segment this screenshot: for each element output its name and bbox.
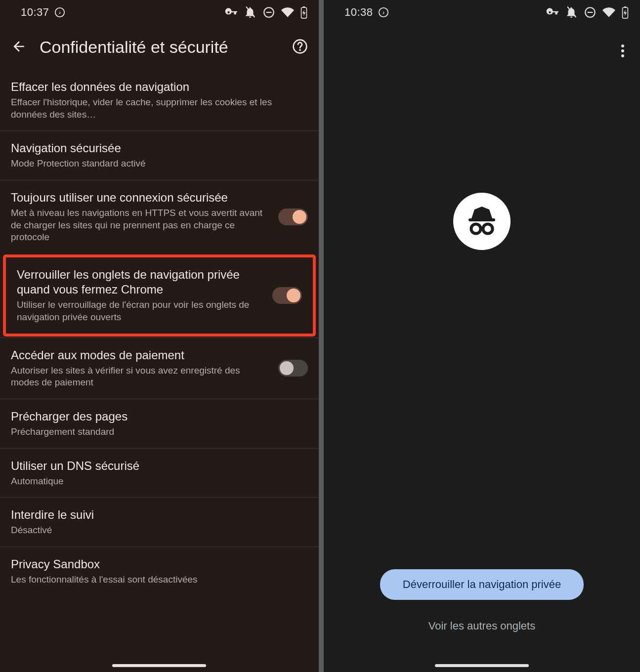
nav-gesture-bar[interactable] bbox=[112, 664, 206, 667]
settings-list: Effacer les données de navigationEffacer… bbox=[0, 70, 319, 596]
highlighted-item: Verrouiller les onglets de navigation pr… bbox=[3, 254, 316, 336]
item-subtitle: Utiliser le verrouillage de l'écran pour… bbox=[17, 299, 264, 323]
item-subtitle: Désactivé bbox=[11, 524, 308, 537]
incognito-badge bbox=[453, 193, 511, 250]
incognito-icon bbox=[464, 204, 500, 239]
incognito-content: Déverrouiller la navigation privée Voir … bbox=[324, 64, 640, 672]
help-icon bbox=[292, 39, 308, 54]
battery-icon bbox=[621, 6, 629, 19]
item-subtitle: Effacer l'historique, vider le cache, su… bbox=[11, 96, 308, 121]
status-time: 10:38 bbox=[344, 6, 373, 19]
arrow-back-icon bbox=[11, 39, 27, 54]
item-subtitle: Autoriser les sites à vérifier si vous a… bbox=[11, 365, 270, 389]
toggle-switch[interactable] bbox=[272, 287, 302, 304]
item-title: Verrouiller les onglets de navigation pr… bbox=[17, 267, 264, 297]
settings-item[interactable]: Navigation sécuriséeMode Protection stan… bbox=[0, 130, 319, 180]
settings-item[interactable]: Verrouiller les onglets de navigation pr… bbox=[6, 257, 313, 333]
svg-rect-9 bbox=[588, 12, 593, 13]
incognito-lock-screen: 10:38 Déverrouiller la navigation privée… bbox=[324, 0, 640, 672]
no-disturb-icon bbox=[262, 6, 275, 19]
dnd-icon bbox=[244, 6, 256, 19]
status-app-icon bbox=[54, 7, 65, 18]
wifi-icon bbox=[602, 6, 615, 19]
settings-item[interactable]: Accéder aux modes de paiementAutoriser l… bbox=[0, 337, 319, 399]
settings-item[interactable]: Effacer les données de navigationEffacer… bbox=[0, 70, 319, 130]
item-title: Toujours utiliser une connexion sécurisé… bbox=[11, 190, 270, 205]
item-title: Accéder aux modes de paiement bbox=[11, 348, 270, 363]
item-title: Précharger des pages bbox=[11, 409, 308, 424]
item-subtitle: Mode Protection standard activé bbox=[11, 158, 308, 170]
see-other-tabs-link[interactable]: Voir les autres onglets bbox=[428, 620, 535, 632]
item-title: Utiliser un DNS sécurisé bbox=[11, 459, 308, 473]
overflow-menu-button[interactable] bbox=[616, 44, 629, 57]
status-app-icon bbox=[378, 7, 389, 18]
svg-rect-2 bbox=[266, 12, 272, 13]
svg-point-14 bbox=[483, 224, 492, 233]
no-disturb-icon bbox=[584, 6, 597, 19]
dnd-icon bbox=[565, 6, 578, 19]
vpn-key-icon bbox=[225, 6, 238, 19]
toggle-switch[interactable] bbox=[278, 209, 308, 225]
app-bar: Confidentialité et sécurité bbox=[0, 25, 319, 70]
settings-item[interactable]: Utiliser un DNS sécuriséAutomatique bbox=[0, 448, 319, 498]
back-button[interactable] bbox=[11, 39, 27, 56]
item-subtitle: Préchargement standard bbox=[11, 426, 308, 438]
wifi-icon bbox=[281, 6, 294, 19]
item-subtitle: Les fonctionnalités à l'essai sont désac… bbox=[11, 574, 308, 586]
item-subtitle: Automatique bbox=[11, 475, 308, 488]
help-button[interactable] bbox=[292, 39, 308, 56]
status-time: 10:37 bbox=[21, 6, 49, 19]
svg-rect-4 bbox=[303, 6, 305, 7]
item-title: Navigation sécurisée bbox=[11, 141, 308, 156]
status-icons bbox=[546, 6, 629, 19]
status-icons bbox=[225, 6, 308, 19]
item-title: Privacy Sandbox bbox=[11, 557, 308, 572]
settings-screen: 10:37 Confidentialité et sécurité Efface… bbox=[0, 0, 319, 672]
more-vert-icon bbox=[621, 49, 624, 52]
battery-icon bbox=[300, 6, 308, 19]
svg-rect-12 bbox=[469, 218, 495, 221]
settings-item[interactable]: Interdire le suiviDésactivé bbox=[0, 497, 319, 546]
svg-rect-11 bbox=[624, 6, 626, 7]
vpn-key-icon bbox=[546, 6, 559, 19]
status-bar: 10:37 bbox=[0, 0, 319, 25]
page-title: Confidentialité et sécurité bbox=[40, 38, 279, 57]
item-title: Interdire le suivi bbox=[11, 507, 308, 522]
item-subtitle: Met à niveau les navigations en HTTPS et… bbox=[11, 207, 270, 244]
item-title: Effacer les données de navigation bbox=[11, 80, 308, 94]
settings-item[interactable]: Privacy SandboxLes fonctionnalités à l'e… bbox=[0, 546, 319, 596]
toggle-switch[interactable] bbox=[278, 360, 308, 377]
settings-item[interactable]: Toujours utiliser une connexion sécurisé… bbox=[0, 180, 319, 253]
status-bar: 10:38 bbox=[324, 0, 640, 25]
unlock-button[interactable]: Déverrouiller la navigation privée bbox=[380, 569, 584, 600]
settings-item[interactable]: Précharger des pagesPréchargement standa… bbox=[0, 399, 319, 448]
svg-point-13 bbox=[471, 224, 480, 233]
svg-point-6 bbox=[299, 49, 300, 50]
nav-gesture-bar[interactable] bbox=[435, 664, 529, 667]
